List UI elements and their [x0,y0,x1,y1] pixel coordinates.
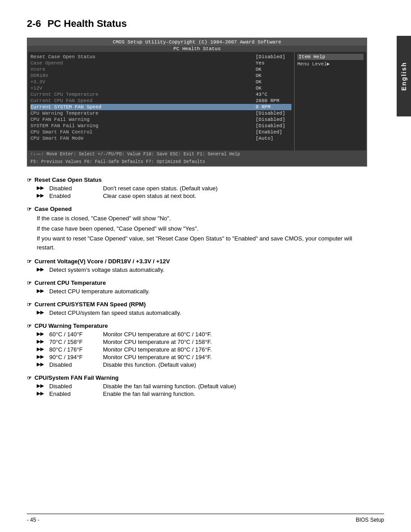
bios-row-label: Vcore [30,67,256,72]
section-fan-fail: ☞ CPU/System FAN Fail Warning ▶▶ Disable… [27,374,367,397]
section-arrow: ☞ [27,206,32,212]
item-bullet: ▶▶ [37,309,44,316]
bios-row-value: Yes [256,60,291,66]
item-desc: Disable this function. (Default value) [103,361,196,368]
item-bullet: ▶▶ [37,354,44,360]
item-bullet: ▶▶ [37,288,44,295]
section-arrow: ☞ [27,301,32,308]
item-desc: Monitor CPU temperature at 60°C / 140°F. [103,331,212,338]
bios-row-value: [Disabled] [256,54,291,60]
item-desc: Monitor CPU temperature at 70°C / 158°F. [103,339,212,345]
item-label: Enabled [49,390,98,397]
section-item: ▶▶ 90°C / 194°F Monitor CPU temperature … [37,354,367,360]
bios-row-label: CPU FAN Fail Warning [30,117,256,122]
section-item: ▶▶ Enabled Enable the fan fail warning f… [37,390,367,397]
footer-label: BIOS Setup [356,517,384,523]
bios-row-value: 2880 RPM [256,98,291,103]
section-fan-speed: ☞ Current CPU/SYSTEM FAN Speed (RPM) ▶▶ … [27,301,367,316]
section-cpu-temp: ☞ Current CPU Temperature ▶▶ Detect CPU … [27,279,367,295]
item-desc: Enable the fan fail warning function. [103,390,195,397]
bios-row-value: [Disabled] [256,123,291,129]
bios-row-label: Current SYSTEM FAN Speed [30,104,256,110]
section-heading: Current CPU/SYSTEM FAN Speed (RPM) [34,301,146,308]
section-item: ▶▶ Detect system's voltage status automa… [37,266,367,273]
item-bullet: ▶▶ [37,339,44,345]
bios-row-label: SYSTEM FAN Fail Warning [30,123,256,129]
section-title: ☞ Current Voltage(V) Vcore / DDR18V / +3… [27,258,367,265]
section-item: ▶▶ 60°C / 140°F Monitor CPU temperature … [37,331,367,338]
bios-subtitle: PC Health Status [28,46,366,52]
bios-row-value: [Auto] [256,136,291,141]
bios-row-label: CPU Smart FAN Control [30,129,256,135]
bios-row-label: DDR18V [30,73,256,78]
section-arrow: ☞ [27,323,32,329]
bios-row: CPU Warning Temperature[Disabled] [30,110,291,116]
bios-row-value: OK [256,79,291,85]
bios-row-value: 0 RPM [256,104,291,110]
section-item: ▶▶ Detect CPU temperature automatically. [37,288,367,295]
bios-row-value: [Disabled] [256,111,291,116]
item-desc: Detect CPU temperature automatically. [49,288,150,295]
item-label: Disabled [49,383,98,390]
section-paragraph: If the case have been opened, "Case Open… [37,224,367,233]
bios-row-label: +12V [30,86,256,91]
section-body: ▶▶ Detect CPU temperature automatically. [27,288,367,295]
section-title: ☞ Current CPU/SYSTEM FAN Speed (RPM) [27,301,367,308]
bios-title: CMOS Setup Utility-Copyright (C) 1984-20… [28,39,366,46]
bios-row: Reset Case Open Status[Disabled] [30,54,291,60]
section-title: ☞ CPU Warning Temperature [27,322,367,329]
item-label: Disabled [49,185,98,192]
item-label: Disabled [49,361,98,368]
section-voltage: ☞ Current Voltage(V) Vcore / DDR18V / +3… [27,258,367,273]
item-desc: Disable the fan fail warning function. (… [103,383,236,390]
item-label: 70°C / 158°F [49,339,98,345]
bios-row: Current SYSTEM FAN Speed0 RPM [30,104,291,110]
bios-row-label: Reset Case Open Status [30,54,256,60]
bios-row-label: CPU Warning Temperature [30,111,256,116]
item-desc: Don't reset case open status. (Default v… [103,185,218,192]
section-body: ▶▶ Detect system's voltage status automa… [27,266,367,273]
bios-row: SYSTEM FAN Fail Warning[Disabled] [30,123,291,129]
section-body: ▶▶ Disabled Disable the fan fail warning… [27,383,367,397]
item-label: 60°C / 140°F [49,331,98,338]
side-tab-label: English [400,62,407,91]
item-desc: Detect system's voltage status automatic… [49,266,164,273]
item-bullet: ▶▶ [37,390,44,397]
item-bullet: ▶▶ [37,193,44,199]
section-paragraph: If the case is closed, "Case Opened" wil… [37,214,367,223]
section-title: ☞ Reset Case Open Status [27,176,367,183]
item-bullet: ▶▶ [37,361,44,368]
section-item: ▶▶ Enabled Clear case open status at nex… [37,193,367,199]
section-heading: Case Opened [34,206,72,212]
section-heading: CPU/System FAN Fail Warning [34,374,119,381]
bios-screenshot: CMOS Setup Utility-Copyright (C) 1984-20… [27,38,367,167]
section-reset-case: ☞ Reset Case Open Status ▶▶ Disabled Don… [27,176,367,199]
bios-row-value: OK [256,67,291,72]
section-body: ▶▶ Detect CPU/system fan speed status au… [27,309,367,316]
section-body: If the case is closed, "Case Opened" wil… [27,214,367,252]
page-footer: - 45 - BIOS Setup [27,514,384,523]
bios-row: DDR18VOK [30,73,291,79]
section-item: ▶▶ Disabled Don't reset case open status… [37,185,367,192]
section-title: ☞ CPU/System FAN Fail Warning [27,374,367,381]
bios-row-value: OK [256,86,291,91]
item-bullet: ▶▶ [37,346,44,353]
section-item: ▶▶ Disabled Disable the fan fail warning… [37,383,367,390]
bios-row-value: 43°C [256,92,291,97]
bios-row-label: +3.3V [30,79,256,85]
item-bullet: ▶▶ [37,185,44,192]
page-title-text: PC Health Status [47,18,127,29]
bios-row-value: [Enabled] [256,129,291,135]
bios-footer-right: F5: Previous Values F6: Fail-Safe Defaul… [30,159,205,164]
bios-left-panel: Reset Case Open Status[Disabled]Case Ope… [28,52,295,150]
section-heading: Current Voltage(V) Vcore / DDR18V / +3.3… [34,258,170,265]
item-bullet: ▶▶ [37,266,44,273]
bios-row: +12VOK [30,85,291,91]
item-label: 90°C / 194°F [49,354,98,360]
side-tab: English [397,36,411,116]
bios-row-label: CPU Smart FAN Mode [30,136,256,141]
section-body: ▶▶ 60°C / 140°F Monitor CPU temperature … [27,331,367,368]
bios-row: CPU FAN Fail Warning[Disabled] [30,116,291,123]
item-desc: Clear case open status at next boot. [103,193,196,199]
section-number: 2-6 [27,18,41,29]
